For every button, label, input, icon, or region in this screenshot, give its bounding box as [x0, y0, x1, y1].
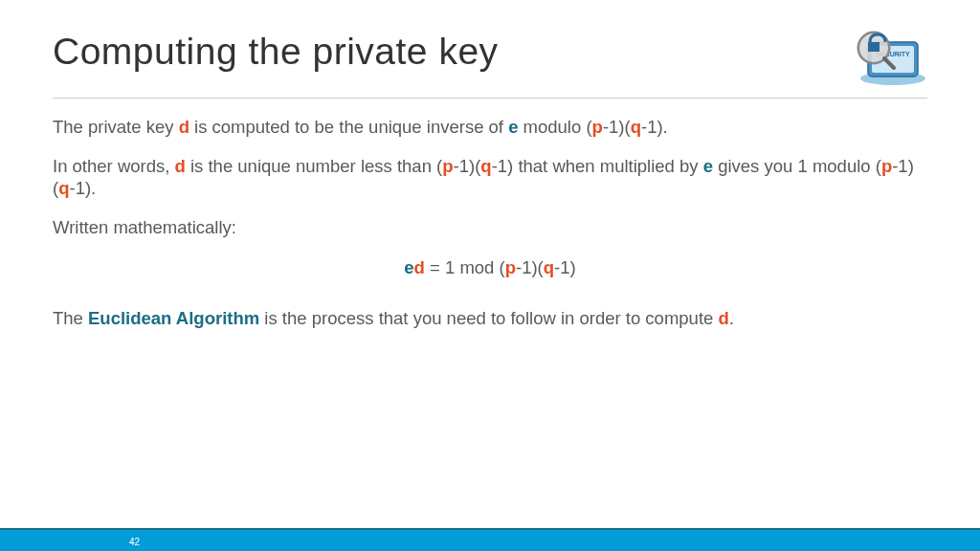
equation: ed = 1 mod (p-1)(q-1)	[53, 256, 927, 278]
var-p: p	[592, 117, 603, 137]
var-q: q	[58, 178, 69, 198]
var-q: q	[631, 117, 641, 137]
security-icon: SECURITY	[841, 23, 937, 90]
body-line-1: The private key d is computed to be the …	[53, 116, 927, 138]
var-d: d	[179, 117, 189, 137]
euclidean-algorithm: Euclidean Algorithm	[88, 308, 259, 328]
body-line-4: The Euclidean Algorithm is the process t…	[53, 307, 927, 329]
body-line-2: In other words, d is the unique number l…	[53, 155, 927, 199]
page-number: 42	[129, 537, 140, 547]
slide: Computing the private key SECURITY The p…	[0, 0, 980, 551]
footer-bar: 42	[0, 528, 980, 551]
var-p: p	[505, 257, 516, 277]
var-p: p	[442, 156, 453, 176]
var-e: e	[703, 156, 713, 176]
svg-rect-7	[868, 42, 880, 52]
var-e: e	[404, 257, 413, 277]
title-divider	[53, 98, 927, 99]
body-line-3: Written mathematically:	[53, 216, 927, 238]
title-row: Computing the private key SECURITY	[53, 31, 927, 90]
slide-body: The private key d is computed to be the …	[53, 116, 927, 329]
page-title: Computing the private key	[53, 31, 499, 73]
var-e: e	[508, 117, 518, 137]
var-d: d	[414, 257, 425, 277]
var-d: d	[175, 156, 186, 176]
var-d: d	[718, 308, 728, 328]
var-q: q	[544, 257, 554, 277]
var-p: p	[881, 156, 892, 176]
var-q: q	[480, 156, 491, 176]
